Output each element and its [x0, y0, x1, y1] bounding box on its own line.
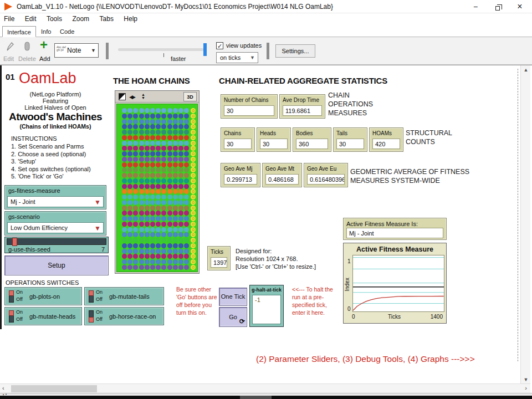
- menu-edit[interactable]: Edit: [21, 13, 40, 23]
- chain-row: ☺: [122, 151, 197, 157]
- hoam-dot: [178, 206, 183, 211]
- go-button[interactable]: Go⟳: [219, 307, 247, 327]
- world-view[interactable]: ☺☺☺☺☺☺☺☺☺☺☺☺☺☺☺☺☺☺☺☺☺☺☺☺☺☺☺☺☺☺: [116, 104, 198, 272]
- seed-slider-label: g-use-this-seed: [8, 246, 50, 253]
- chain-row: ☺: [122, 232, 197, 238]
- settings-button[interactable]: Settings...: [275, 44, 315, 58]
- menu-zoom[interactable]: Zoom: [68, 13, 93, 23]
- edit-tool-label[interactable]: Edit: [3, 55, 14, 62]
- horizontal-arrows-icon[interactable]: ◀▶: [129, 94, 135, 100]
- hoam-dot: [139, 167, 144, 172]
- scroll-left-icon[interactable]: ‹: [2, 385, 4, 391]
- menu-tabs[interactable]: Tabs: [96, 13, 117, 23]
- menu-tools[interactable]: Tools: [43, 13, 66, 23]
- tab-code[interactable]: Code: [55, 26, 79, 37]
- hoam-dot: [156, 254, 161, 259]
- menu-file[interactable]: File: [0, 13, 18, 23]
- add-plus-icon[interactable]: +: [40, 37, 48, 53]
- switch-handle[interactable]: [9, 290, 14, 296]
- switch-gb-mutate-heads[interactable]: On Off gb-mutate-heads: [4, 307, 82, 325]
- switch-gb-mutate-tails[interactable]: On Off gb-mutate-tails: [84, 287, 164, 305]
- halt-at-tick-input-widget[interactable]: g-halt-at-tick -1: [249, 285, 284, 327]
- switch-gb-horse-race-on[interactable]: On Off gb-horse-race-on: [84, 307, 164, 325]
- chooser-scenario[interactable]: gs-scenario Low Odum Efficiency▼: [4, 211, 106, 236]
- hoam-dot: [150, 195, 155, 200]
- tab-interface[interactable]: Interface: [2, 26, 36, 37]
- note-type-dropdown[interactable]: Abc defghi jkl Note ▼: [54, 43, 99, 58]
- switch-handle[interactable]: [9, 310, 14, 316]
- hoam-dot: [145, 238, 150, 243]
- hoam-dot: [184, 151, 189, 156]
- hoam-dot: [178, 195, 183, 200]
- contrast-icon[interactable]: [119, 93, 126, 100]
- hoam-dot: [127, 249, 132, 254]
- switch-handle[interactable]: [89, 290, 94, 296]
- one-tick-button[interactable]: One Tick: [219, 288, 247, 306]
- close-button[interactable]: ×: [509, 0, 531, 13]
- scrollbar-thumb[interactable]: [11, 385, 97, 392]
- scroll-right-icon[interactable]: ›: [525, 385, 527, 391]
- scroll-down-icon[interactable]: ▼: [521, 377, 531, 382]
- add-tool-label[interactable]: Add: [39, 55, 50, 62]
- vertical-arrows-icon[interactable]: ▲▼: [141, 93, 145, 100]
- chain-row: ☺: [122, 243, 197, 249]
- horizontal-scrollbar[interactable]: ‹ ›: [0, 383, 530, 393]
- seed-slider[interactable]: g-use-this-seed 7: [4, 237, 109, 253]
- halt-at-tick-field[interactable]: -1: [252, 295, 281, 324]
- view-3d-button[interactable]: 3D: [183, 92, 197, 101]
- hoam-dot: [133, 200, 138, 205]
- setup-button[interactable]: Setup: [4, 255, 109, 275]
- monitor-value: 30: [260, 139, 288, 149]
- switch-track[interactable]: [89, 290, 94, 303]
- hoam-dot: [167, 211, 172, 216]
- hoam-dot: [122, 114, 127, 119]
- hoam-dot: [150, 114, 155, 119]
- hoam-dot: [178, 178, 183, 183]
- switch-track[interactable]: [9, 290, 14, 303]
- seed-slider-handle[interactable]: [12, 238, 17, 246]
- view-updates-checkbox[interactable]: ✓: [216, 42, 223, 49]
- chooser-value[interactable]: Mj - Joint▼: [7, 196, 104, 207]
- menu-help[interactable]: Help: [120, 13, 141, 23]
- hoam-dot: [150, 135, 155, 140]
- hoam-dot: [145, 178, 150, 183]
- seed-slider-track[interactable]: [7, 238, 106, 245]
- stats-header: CHAIN-RELATED AGGREGATE STATISTICS: [219, 76, 387, 85]
- note-dropdown-value: Note: [67, 47, 81, 54]
- chooser-fitness-measure[interactable]: gs-fitness-measure Mj - Joint▼: [4, 185, 106, 209]
- hoam-dot: [178, 189, 183, 194]
- hoam-dot: [133, 243, 138, 248]
- subtitle: Featuring: [0, 98, 111, 104]
- hoam-dot: [122, 124, 127, 129]
- switch-handle[interactable]: [89, 317, 94, 323]
- hoam-dot: [184, 119, 189, 124]
- update-mode-dropdown[interactable]: on ticks▼: [216, 52, 258, 63]
- hoam-dot: [173, 243, 178, 248]
- hoam-dot: [150, 178, 155, 183]
- hoam-dot: [127, 178, 132, 183]
- switch-gb-plots-on[interactable]: On Off gb-plots-on: [4, 287, 82, 305]
- tab-info[interactable]: Info: [37, 26, 55, 37]
- switch-track[interactable]: [9, 310, 14, 323]
- go-warning-note: Be sure other 'Go' buttons are off befor…: [176, 285, 218, 316]
- hoam-dot: [127, 157, 132, 162]
- hoam-dot: [173, 157, 178, 162]
- hoam-dot: [161, 157, 166, 162]
- speed-slider-thumb[interactable]: [203, 43, 207, 56]
- hoam-dot: [127, 184, 132, 189]
- switch-track[interactable]: [89, 310, 94, 323]
- hoam-dot: [139, 173, 144, 178]
- speed-slider-track[interactable]: [118, 48, 207, 51]
- chooser-value[interactable]: Low Odum Efficiency▼: [7, 222, 104, 233]
- hoam-dot: [167, 141, 172, 146]
- vertical-scrollbar[interactable]: ▲ ▼: [520, 65, 530, 383]
- hoam-dot: [167, 243, 172, 248]
- restore-button[interactable]: [487, 0, 509, 13]
- scroll-up-icon[interactable]: ▲: [521, 67, 531, 73]
- delete-tool-label[interactable]: Delete: [18, 55, 36, 62]
- input-label: g-halt-at-tick: [250, 287, 283, 293]
- monitor-label: Geo Ave Mj: [224, 166, 253, 172]
- minimize-button[interactable]: −: [464, 0, 487, 13]
- toolbar: Edit Delete + Add Abc defghi jkl Note ▼ …: [0, 37, 532, 65]
- app-window: OamLab_V1.10 - NetLogo {\\LENOVODT\Lenov…: [0, 0, 532, 399]
